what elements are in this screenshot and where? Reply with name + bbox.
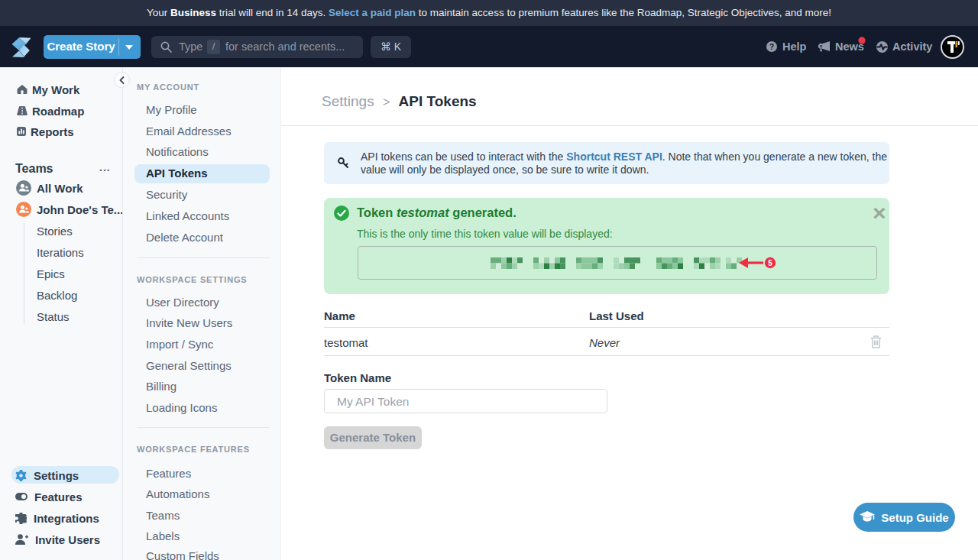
svg-text:?: ? xyxy=(769,43,774,51)
svg-text:5: 5 xyxy=(768,259,772,267)
